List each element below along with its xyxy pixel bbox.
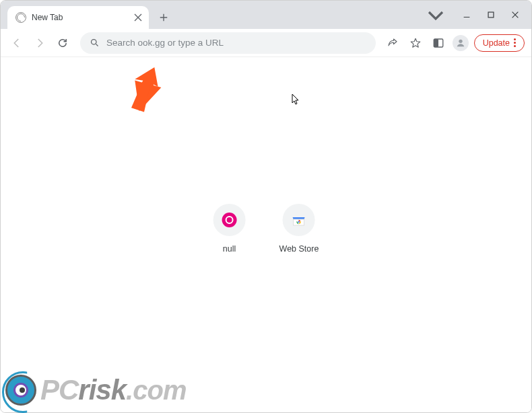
toolbar: Update [1,29,531,57]
side-panel-icon[interactable] [430,34,447,52]
browser-tab[interactable]: New Tab [7,6,149,29]
back-button[interactable] [7,34,26,52]
forward-button[interactable] [30,34,49,52]
shortcut-web-store[interactable]: Web Store [279,204,319,254]
tab-title: New Tab [32,13,127,22]
search-icon [90,38,100,48]
mouse-cursor-icon [292,93,301,108]
update-button-label: Update [483,38,510,48]
omnibox-input[interactable] [106,38,366,48]
svg-rect-0 [488,12,494,17]
shortcut-label: Web Store [279,244,319,254]
titlebar: New Tab [1,1,531,29]
shortcut-webstore-icon [283,204,315,236]
shortcut-null[interactable]: null [213,204,246,254]
toolbar-actions: Update [384,34,525,52]
new-tab-content: null Web Store [1,57,531,412]
shortcuts-row: null Web Store [213,204,319,254]
update-button[interactable]: Update [474,34,525,52]
chevron-down-icon[interactable] [425,5,446,24]
bookmark-star-icon[interactable] [407,34,424,52]
window-minimize-button[interactable] [456,5,477,24]
shortcut-label: null [223,244,236,254]
globe-icon [15,12,26,23]
window-close-button[interactable] [504,5,526,24]
svg-point-4 [459,39,462,42]
profile-avatar[interactable] [453,35,469,51]
browser-window: New Tab [0,0,532,413]
new-tab-button[interactable] [154,8,173,27]
svg-rect-3 [434,39,438,47]
svg-point-1 [92,40,97,45]
tab-close-icon[interactable] [133,12,143,23]
reload-button[interactable] [53,34,72,52]
annotation-arrow-icon [129,64,169,120]
window-maximize-button[interactable] [480,5,502,24]
shortcut-null-icon [213,204,246,236]
address-bar[interactable] [80,32,376,54]
vertical-dots-icon [514,38,516,47]
window-controls [425,1,526,29]
share-icon[interactable] [384,34,401,52]
svg-point-7 [298,221,300,223]
